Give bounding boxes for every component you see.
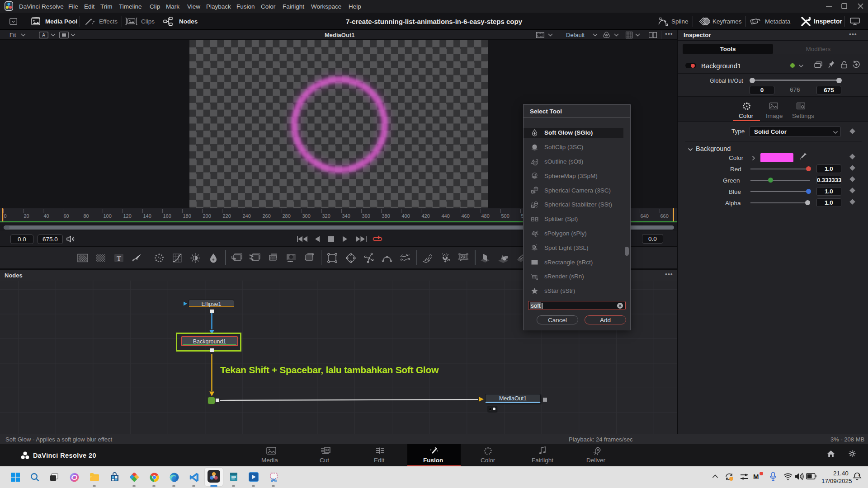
svg-text:z: z [859,473,860,476]
svg-text:A: A [42,33,45,38]
svg-text:T: T [117,255,121,262]
